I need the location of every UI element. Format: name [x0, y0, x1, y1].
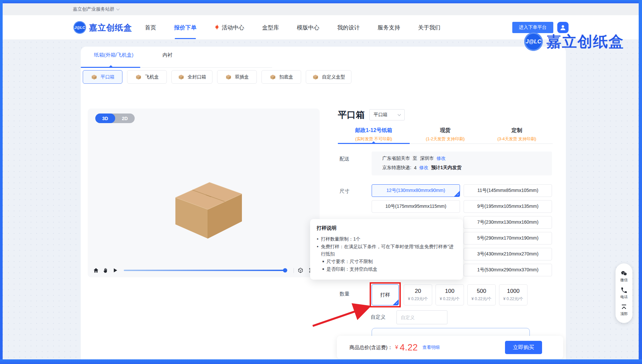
3d-box-render[interactable] — [170, 176, 247, 241]
wechat-button[interactable]: 微信 — [620, 270, 628, 283]
box-type-icon — [269, 73, 276, 80]
sample-tooltip: 打样说明 ●打样数量限制：1个●免费打样：在满足以下条件，可在下单时使用“纸盒免… — [310, 219, 463, 280]
site-group-switcher[interactable]: 嘉立创产业服务站群 — [73, 6, 119, 12]
slider-handle[interactable] — [283, 268, 287, 273]
product-tab[interactable]: 邮政1-12号纸箱(实时发货 不可印刷) — [338, 127, 409, 142]
size-option-label: 12号(130mmx80mmx90mm) — [387, 188, 445, 194]
product-title: 平口箱 — [338, 109, 365, 121]
quantity-option-500[interactable]: 500¥ 0.22元/个 — [467, 284, 496, 305]
nav-item-模版中心[interactable]: 模版中心 — [297, 15, 319, 40]
phone-button[interactable]: 电话 — [620, 287, 628, 299]
modify-courier-link[interactable]: 修改 — [419, 165, 429, 171]
back-to-top-button[interactable]: 顶部 — [620, 304, 628, 316]
page-frame-right — [639, 0, 642, 364]
nav-item-我的设计[interactable]: 我的设计 — [337, 15, 360, 40]
delivery-box: 广东省韶关市 至 深圳市 修改 京东特惠快递: 4 修改 预计1天内发货 — [372, 152, 552, 175]
category-tab-label: 内衬 — [162, 52, 172, 58]
nav-item-label: 活动中心 — [222, 24, 244, 31]
custom-quantity-input[interactable] — [396, 310, 447, 324]
delivery-eta: 预计1天内发货 — [431, 165, 462, 171]
view-mode-toggle[interactable]: 3D 2D — [95, 114, 135, 123]
enter-order-platform-button[interactable]: 进入下单平台 — [512, 22, 553, 33]
view-detail-link[interactable]: 查看明细 — [422, 344, 439, 350]
box-type-label: 飞机盒 — [145, 74, 159, 80]
size-option[interactable]: 11号(145mmx85mmx105mm) — [464, 184, 552, 197]
viewer-slider[interactable] — [124, 270, 287, 271]
quantity-option-100[interactable]: 100¥ 0.22元/个 — [436, 284, 464, 305]
size-option[interactable]: 3号(430mmx210mmx270mm) — [464, 248, 552, 260]
size-option[interactable]: 5号(290mmx170mmx190mm) — [464, 232, 552, 245]
box-type-双插盒[interactable]: 双插盒 — [217, 70, 257, 84]
category-tabs: 纸箱(外箱/飞机盒)内衬 — [94, 52, 172, 58]
tooltip-text: 是否印刷：支持空白纸盒 — [326, 265, 377, 273]
product-tab[interactable]: 定制(3-4天发货 支持印刷) — [481, 127, 553, 142]
product-tab[interactable]: 现货(1-2天发货 支持印刷) — [409, 127, 481, 142]
delivery-route: 广东省韶关市 至 深圳市 修改 — [382, 156, 446, 161]
quantity-unit-price: ¥ 0.22元/个 — [503, 296, 524, 302]
size-option[interactable]: 7号(230mmx130mmx160mm) — [464, 216, 552, 229]
play-icon[interactable] — [112, 267, 118, 273]
nav-item-label: 首页 — [145, 24, 156, 31]
nav-item-服务支持[interactable]: 服务支持 — [378, 15, 400, 40]
floating-contact-widget: 微信 电话 顶部 — [616, 263, 632, 323]
nav-item-活动中心[interactable]: 活动中心 — [214, 15, 244, 40]
page-frame-top — [0, 0, 642, 3]
watermark-brand-logo: J@LC 嘉立创纸盒 — [524, 32, 624, 52]
nav-item-首页[interactable]: 首页 — [145, 15, 156, 40]
user-avatar[interactable] — [557, 22, 569, 33]
nav-item-报价下单[interactable]: 报价下单 — [174, 15, 197, 40]
size-option[interactable]: 12号(130mmx80mmx90mm)✓ — [372, 184, 460, 197]
site-group-band: 嘉立创产业服务站群 — [3, 3, 639, 15]
modify-route-link[interactable]: 修改 — [436, 156, 446, 161]
size-option-label: 11号(145mmx85mmx105mm) — [477, 188, 538, 194]
box-type-icon — [135, 73, 142, 80]
category-tab[interactable]: 纸箱(外箱/飞机盒) — [94, 52, 133, 58]
size-option-label: 3号(430mmx210mmx270mm) — [477, 251, 538, 257]
fire-icon — [214, 24, 220, 30]
nav-item-label: 模版中心 — [297, 24, 319, 31]
quantity-unit-price: ¥ 0.22元/个 — [440, 296, 460, 302]
box-type-自定义盒型[interactable]: 自定义盒型 — [306, 70, 351, 84]
size-option[interactable]: 9号(195mmx105mmx135mm) — [464, 200, 552, 213]
box-type-飞机盒[interactable]: 飞机盒 — [127, 70, 167, 84]
tooltip-line: ●免费打样：在满足以下条件，可在下单时使用“纸盒免费打样券”进行抵扣 — [317, 243, 456, 258]
box-type-icon — [312, 73, 319, 80]
route-from: 广东省韶关市 — [382, 156, 410, 161]
nav-item-关于我们[interactable]: 关于我们 — [418, 15, 440, 40]
category-tab[interactable]: 内衬 — [162, 52, 172, 58]
box-type-平口箱[interactable]: 平口箱 — [83, 70, 122, 84]
quantity-unit-price: ¥ 0.22元/个 — [472, 296, 492, 302]
size-option-label: 10号(175mmx95mmx115mm) — [385, 204, 446, 209]
product-tab-subtitle: (1-2天发货 支持印刷) — [409, 136, 481, 142]
person-icon — [559, 24, 567, 31]
hand-pan-icon[interactable] — [103, 267, 109, 273]
nav-item-label: 服务支持 — [378, 24, 400, 31]
tooltip-bullet: ● — [317, 235, 318, 243]
quantity-option-1000[interactable]: 1000¥ 0.22元/个 — [499, 284, 527, 305]
box-type-扣底盒[interactable]: 扣底盒 — [261, 70, 301, 84]
size-option-label: 1号(530mmx290mmx370mm) — [477, 267, 538, 273]
size-option[interactable]: 1号(530mmx290mmx370mm) — [464, 264, 552, 276]
tooltip-bullet: ● — [317, 243, 318, 258]
quantity-option-20[interactable]: 20¥ 0.23元/个 — [404, 284, 432, 305]
category-tab-label: 纸箱(外箱/飞机盒) — [94, 52, 133, 58]
variant-select[interactable]: 平口箱 — [369, 109, 405, 120]
chevron-down-icon — [116, 7, 120, 10]
toggle-2d[interactable]: 2D — [115, 114, 135, 123]
box-type-row: 平口箱飞机盒全封口箱双插盒扣底盒自定义盒型 — [83, 70, 351, 84]
toggle-3d[interactable]: 3D — [95, 114, 115, 123]
brand-logo[interactable]: J@LC 嘉立创纸盒 — [73, 21, 132, 34]
nav-item-盒型库[interactable]: 盒型库 — [262, 15, 279, 40]
buy-now-button[interactable]: 立即购买 — [505, 341, 542, 354]
cube-icon[interactable] — [298, 267, 303, 273]
box-type-icon — [225, 73, 232, 80]
size-option[interactable]: 10号(175mmx95mmx115mm) — [372, 200, 460, 213]
variant-select-value: 平口箱 — [374, 112, 388, 118]
box-type-全封口箱[interactable]: 全封口箱 — [171, 70, 212, 84]
route-mid: 至 — [413, 156, 417, 161]
home-icon[interactable] — [93, 267, 99, 273]
currency-symbol: ¥ — [395, 344, 398, 350]
product-tabs: 邮政1-12号纸箱(实时发货 不可印刷)现货(1-2天发货 支持印刷)定制(3-… — [338, 127, 553, 142]
annotation-highlight-box — [370, 282, 401, 307]
route-to: 深圳市 — [420, 156, 434, 161]
